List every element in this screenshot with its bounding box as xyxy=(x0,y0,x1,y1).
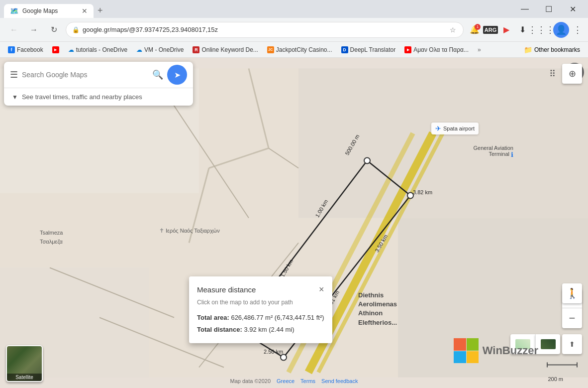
svg-point-24 xyxy=(364,158,370,164)
svg-text:3.82 km: 3.82 km xyxy=(413,189,432,195)
facebook-favicon: f xyxy=(8,46,15,53)
other-bookmarks-label: Other bookmarks xyxy=(534,46,580,53)
bookmarks-more-button[interactable]: » xyxy=(476,44,483,55)
window-controls: — ☐ ✕ xyxy=(513,1,584,17)
bookmark-youtube2-label: Αμαν Ολα τα Παρα... xyxy=(413,46,469,53)
spata-airport-sign: ✈ Spata airport xyxy=(431,123,479,134)
spata-airport-label: Spata airport xyxy=(443,126,475,131)
apps-grid-button[interactable]: ⋮⋮⋮ xyxy=(533,22,549,38)
bookmark-youtube[interactable]: ▶ xyxy=(48,44,63,55)
chevron-down-icon: ▼ xyxy=(12,94,18,101)
ext-download-icon[interactable]: ⬇ xyxy=(515,23,529,37)
search-button[interactable]: 🔍 xyxy=(152,69,163,80)
tab-bar: 🗺️ Google Maps ✕ + xyxy=(4,0,509,18)
new-tab-button[interactable]: + xyxy=(94,3,107,18)
measure-title: Measure distance xyxy=(197,285,256,294)
search-panel: ☰ 🔍 ➤ ▼ See travel times, traffic and ne… xyxy=(4,62,193,106)
browser-frame: 🗺️ Google Maps ✕ + — ☐ ✕ ← → ↻ 🔒 google.… xyxy=(0,0,588,388)
bookmark-onedrive-vm-label: VM - OneDrive xyxy=(144,46,184,53)
airport-icon: ✈ xyxy=(435,125,441,132)
bookmark-jackpotcity[interactable]: JC JackpotCity Casino... xyxy=(263,44,336,55)
bookmark-keyword-label: Online Keyword De... xyxy=(201,46,258,53)
map-container[interactable]: 500.00 m 1.00 km 1.50 km 2.00 km 2.50 km… xyxy=(0,58,588,388)
url-bar[interactable]: 🔒 google.gr/maps/@37.9374725,23.9408017,… xyxy=(66,22,464,38)
bookmark-facebook-label: Facebook xyxy=(17,46,43,53)
total-area-value: 626,486.77 m² (6,743,447.51 ft²) xyxy=(231,314,324,321)
directions-button[interactable]: ➤ xyxy=(167,65,187,85)
svg-rect-31 xyxy=(454,338,466,351)
bookmark-deepl-label: DeepL Translator xyxy=(350,46,396,53)
total-distance-label: Total distance: xyxy=(197,326,242,333)
bookmark-star-icon[interactable]: ☆ xyxy=(449,25,457,35)
bookmark-onedrive-vm[interactable]: ☁ VM - OneDrive xyxy=(132,44,188,55)
forward-button[interactable]: → xyxy=(26,22,42,38)
bookmarks-bar: f Facebook ▶ ☁ tutorials - OneDrive ☁ VM… xyxy=(0,42,588,58)
bookmark-jackpotcity-label: JackpotCity Casino... xyxy=(276,46,332,53)
onedrive-vm-favicon: ☁ xyxy=(136,46,142,53)
satellite-thumbnail[interactable]: Satellite xyxy=(6,345,43,382)
travel-times-row[interactable]: ▼ See travel times, traffic and nearby p… xyxy=(4,88,193,106)
ext-abc-icon[interactable]: ARG xyxy=(484,23,497,37)
svg-point-26 xyxy=(281,355,287,361)
tab-title: Google Maps xyxy=(22,7,58,14)
svg-rect-34 xyxy=(467,351,479,363)
country-link[interactable]: Greece xyxy=(277,378,294,384)
church-label: ✝ Ιερός Ναός Ταξιαρχών xyxy=(159,227,220,234)
profile-button[interactable]: 👤 xyxy=(553,22,569,38)
bookmark-onedrive-tutorials[interactable]: ☁ tutorials - OneDrive xyxy=(64,44,131,55)
travel-times-label: See travel times, traffic and nearby pla… xyxy=(22,93,142,101)
general-aviation-label: General Aviation Terminal ℹ xyxy=(473,145,513,158)
youtube2-favicon: ▶ xyxy=(404,46,411,53)
bookmark-youtube2[interactable]: ▶ Αμαν Ολα τα Παρα... xyxy=(400,44,473,55)
apps-grid-area: ⠿ xyxy=(542,64,562,84)
satellite-view-button[interactable] xyxy=(535,334,560,354)
search-input[interactable] xyxy=(22,71,148,79)
active-tab[interactable]: 🗺️ Google Maps ✕ xyxy=(4,4,94,18)
bookmark-facebook[interactable]: f Facebook xyxy=(4,44,47,55)
ssl-lock-icon: 🔒 xyxy=(72,26,80,33)
bookmark-keyword[interactable]: R Online Keyword De... xyxy=(189,44,262,55)
hamburger-menu-button[interactable]: ☰ xyxy=(10,69,18,80)
deepl-favicon: D xyxy=(341,46,348,53)
youtube-favicon: ▶ xyxy=(52,46,59,53)
expand-arrow-button[interactable]: ⬆ xyxy=(562,334,582,354)
zoom-out-button[interactable]: − xyxy=(562,308,582,328)
measure-distance-popup: Measure distance × Click on the map to a… xyxy=(189,276,332,343)
apps-grid-icon[interactable]: ⠿ xyxy=(542,64,562,84)
ext-notification-icon[interactable]: 🔔 1 xyxy=(468,23,482,37)
other-bookmarks-button[interactable]: 📁 Other bookmarks xyxy=(520,44,584,56)
airport-name-4: Eleftherios... xyxy=(358,318,397,327)
tab-close-button[interactable]: ✕ xyxy=(82,7,88,15)
reload-button[interactable]: ↻ xyxy=(46,22,62,38)
satellite-label: Satellite xyxy=(7,374,42,381)
bookmark-onedrive-tutorials-label: tutorials - OneDrive xyxy=(76,46,127,53)
svg-text:2.50 km: 2.50 km xyxy=(264,349,283,355)
pegman-button[interactable]: 🚶 xyxy=(562,283,582,303)
close-button[interactable]: ✕ xyxy=(561,1,584,17)
measure-subtitle: Click on the map to add to your path xyxy=(197,299,324,306)
send-feedback-link[interactable]: Send feedback xyxy=(321,378,358,384)
back-button[interactable]: ← xyxy=(6,22,22,38)
address-bar: ← → ↻ 🔒 google.gr/maps/@37.9374725,23.94… xyxy=(0,18,588,42)
measure-close-button[interactable]: × xyxy=(319,284,324,295)
airport-full-name: Diethnis Aerolimenas Athinon Eleftherios… xyxy=(358,291,397,327)
svg-rect-2 xyxy=(298,69,588,218)
extensions-area: 🔔 1 ARG ▶ ⬇ xyxy=(468,23,529,37)
minimize-button[interactable]: — xyxy=(513,1,536,17)
jackpotcity-favicon: JC xyxy=(267,46,274,53)
maximize-button[interactable]: ☐ xyxy=(537,1,560,17)
church-name: Ιερός Ναός Ταξιαρχών xyxy=(166,228,220,234)
title-bar: 🗺️ Google Maps ✕ + — ☐ ✕ xyxy=(0,0,588,18)
winbuzzer-watermark: WinBuzzer xyxy=(454,338,538,363)
map-attribution: Map data ©2020 Greece Terms Send feedbac… xyxy=(230,378,358,384)
svg-point-25 xyxy=(407,193,413,199)
total-distance-value: 3.92 km (2.44 mi) xyxy=(244,326,294,333)
compass-button[interactable]: ⊕ xyxy=(562,64,582,84)
ext-red-icon[interactable]: ▶ xyxy=(499,23,513,37)
bookmark-deepl[interactable]: D DeepL Translator xyxy=(337,44,400,55)
measure-data: Total area: 626,486.77 m² (6,743,447.51 … xyxy=(197,312,324,335)
keyword-favicon: R xyxy=(193,46,199,53)
chrome-menu-button[interactable]: ⋮ xyxy=(573,24,582,35)
terms-link[interactable]: Terms xyxy=(300,378,315,384)
scale-label: 200 m xyxy=(548,376,563,382)
